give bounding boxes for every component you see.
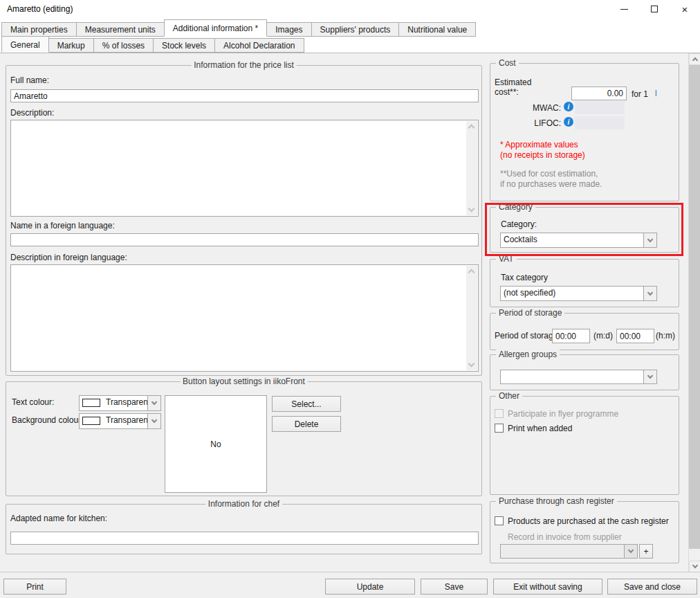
scrollbar-down-button[interactable] — [689, 561, 700, 572]
allergen-group: Allergen groups — [490, 354, 679, 390]
title-bar: Amaretto (editing) × — [0, 0, 700, 18]
print-when-added-checkbox[interactable] — [495, 424, 504, 433]
estimated-cost-label: Estimated cost**: — [495, 78, 549, 97]
period-of-storage-label: Period of storage — [495, 331, 558, 341]
update-button[interactable]: Update — [325, 579, 415, 595]
main-tab-strip: Main properties Measurement units Additi… — [1, 19, 475, 37]
tab-suppliers-products[interactable]: Suppliers' products — [311, 22, 400, 37]
delete-image-button[interactable]: Delete — [272, 416, 341, 432]
storage-group: Period of storage Period of storage (m:d… — [490, 313, 679, 350]
cost-group-title: Cost — [496, 58, 519, 68]
dropdown-button[interactable] — [643, 287, 656, 300]
text-colour-combo[interactable]: Transparent — [79, 395, 161, 411]
category-group-title: Category — [496, 202, 535, 212]
scroll-down-icon — [468, 206, 475, 212]
chevron-down-icon — [647, 236, 653, 242]
mwac-info-icon[interactable]: i — [564, 102, 573, 111]
foreign-description-textarea[interactable] — [10, 264, 479, 372]
dropdown-button[interactable] — [643, 233, 656, 247]
window-controls: × — [609, 0, 700, 18]
storage-hm-input[interactable] — [616, 329, 654, 343]
category-label: Category: — [501, 219, 537, 229]
maximize-button[interactable] — [639, 0, 670, 18]
lifoc-info-icon[interactable]: i — [564, 117, 573, 127]
tab-nutritional-value[interactable]: Nutritional value — [398, 22, 476, 37]
vat-group-title: VAT — [496, 254, 517, 264]
storage-hm-unit-label: (h:m) — [656, 331, 675, 341]
mwac-label: MWAC: — [504, 103, 561, 113]
other-group: Other Participate in flyer programme Pri… — [490, 396, 679, 495]
save-button[interactable]: Save — [421, 579, 488, 595]
text-colour-label: Text colour: — [12, 397, 54, 407]
tax-category-label: Tax category — [501, 273, 548, 282]
scrollbar-thumb[interactable] — [689, 65, 700, 549]
tax-category-combo[interactable]: (not specified) — [500, 286, 657, 301]
add-supplier-record-button[interactable]: + — [639, 544, 653, 559]
dropdown-button[interactable] — [643, 370, 656, 383]
minimize-button[interactable] — [609, 0, 639, 18]
storage-md-input[interactable] — [552, 329, 590, 343]
storage-md-unit-label: (m:d) — [593, 331, 613, 341]
scrollbar-up-button[interactable] — [689, 53, 700, 65]
background-colour-combo[interactable]: Transparent — [79, 413, 161, 429]
purchased-at-register-label: Products are purchased at the cash regis… — [508, 516, 669, 526]
scroll-up-icon — [468, 269, 475, 276]
allergen-group-title: Allergen groups — [496, 350, 560, 359]
description-scrollbar[interactable] — [466, 121, 477, 215]
tab-additional-information[interactable]: Additional information * — [164, 19, 267, 37]
purchased-at-register-checkbox[interactable] — [495, 516, 504, 525]
tab-measurement-units[interactable]: Measurement units — [76, 22, 165, 37]
subtab-losses[interactable]: % of losses — [93, 38, 154, 53]
category-value: Cocktails — [501, 233, 643, 247]
vertical-scrollbar[interactable] — [688, 53, 700, 572]
description-textarea[interactable] — [10, 120, 479, 217]
close-button[interactable]: × — [670, 0, 700, 18]
flyer-programme-checkbox — [495, 409, 504, 418]
dropdown-button[interactable] — [147, 396, 160, 410]
maximize-icon — [651, 6, 658, 12]
cost-per-label: for 1 — [632, 89, 648, 99]
button-preview-box: No — [165, 395, 267, 493]
tab-main-properties[interactable]: Main properties — [1, 22, 77, 37]
category-group: Category Category: Cocktails — [490, 207, 679, 253]
subtab-general[interactable]: General — [1, 36, 49, 53]
cost-unit-link[interactable]: l — [655, 89, 657, 98]
minimize-icon — [620, 9, 628, 10]
description-label: Description: — [10, 108, 54, 118]
record-in-invoice-label: Record in invoice from supplier — [508, 532, 622, 542]
subtab-alcohol-declaration[interactable]: Alcohol Declaration — [214, 38, 304, 53]
estimated-cost-input[interactable] — [571, 87, 627, 100]
full-name-input[interactable] — [10, 89, 479, 102]
dropdown-button — [624, 545, 637, 558]
allergen-value — [501, 370, 643, 383]
chevron-down-icon — [692, 563, 697, 568]
chevron-down-icon — [151, 417, 157, 423]
category-combo[interactable]: Cocktails — [500, 233, 657, 248]
chef-info-group-title: Information for chef — [205, 499, 282, 509]
foreign-name-input[interactable] — [10, 233, 479, 246]
save-and-close-button[interactable]: Save and close — [607, 579, 697, 595]
select-image-button[interactable]: Select... — [272, 396, 341, 412]
chef-info-group: Information for chef Adapted name for ki… — [6, 504, 482, 554]
subtab-markup[interactable]: Markup — [48, 38, 94, 53]
supplier-record-value — [501, 545, 624, 558]
subtab-stock-levels[interactable]: Stock levels — [153, 38, 215, 53]
chevron-down-icon — [647, 289, 653, 295]
lifoc-field — [575, 116, 625, 129]
print-button[interactable]: Print — [3, 579, 66, 595]
allergen-combo[interactable] — [500, 370, 657, 384]
vat-group: VAT Tax category (not specified) — [490, 259, 679, 307]
full-name-label: Full name: — [10, 75, 49, 85]
purchase-group: Purchase through cash register Products … — [490, 501, 679, 563]
exit-without-saving-button[interactable]: Exit without saving — [493, 579, 602, 595]
mwac-field — [575, 101, 625, 114]
foreign-description-scrollbar[interactable] — [466, 266, 477, 370]
colour-swatch-icon — [82, 399, 100, 407]
adapted-name-input[interactable] — [10, 532, 479, 545]
button-preview-text: No — [210, 440, 221, 449]
dropdown-button[interactable] — [147, 414, 160, 428]
tab-images[interactable]: Images — [266, 22, 311, 37]
flyer-programme-label: Participate in flyer programme — [508, 409, 618, 419]
chevron-up-icon — [692, 57, 697, 63]
tax-category-value: (not specified) — [501, 287, 643, 300]
